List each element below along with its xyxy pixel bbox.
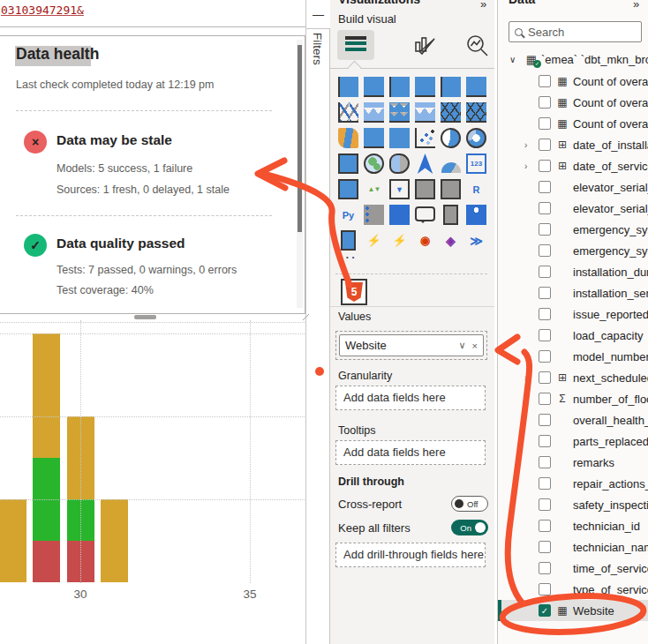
field-row[interactable]: ▦ Count of overal...	[498, 71, 648, 92]
field-checkbox[interactable]	[539, 329, 551, 341]
visual-type-icon[interactable]: R	[463, 176, 489, 202]
visual-type-icon[interactable]	[361, 74, 387, 100]
bar-segment-series-gold[interactable]	[101, 499, 128, 582]
filters-pane-collapsed[interactable]: — Filters	[305, 0, 330, 644]
field-checkbox[interactable]	[539, 456, 551, 468]
visual-type-icon[interactable]	[335, 125, 361, 151]
values-well[interactable]: Website ∨ ×	[335, 331, 487, 360]
scrollbar-thumb[interactable]	[298, 45, 302, 232]
field-row[interactable]: installation_dur...	[498, 261, 648, 282]
bar-segment-series-gold[interactable]	[0, 499, 26, 582]
collapse-chevron-icon[interactable]: ∨	[509, 55, 524, 64]
cross-report-toggle[interactable]: Off	[451, 496, 488, 512]
field-checkbox[interactable]	[539, 202, 551, 214]
field-row[interactable]: Σ number_of_floo...	[498, 388, 648, 409]
visual-type-icon[interactable]: ⚡	[387, 228, 412, 253]
search-box[interactable]	[509, 21, 642, 42]
field-row[interactable]: overall_health_c...	[498, 409, 648, 431]
field-checkbox[interactable]	[539, 520, 551, 532]
visual-type-icon[interactable]: ≫	[463, 228, 489, 253]
visual-type-icon[interactable]	[463, 202, 489, 228]
field-checkbox[interactable]	[539, 244, 551, 257]
field-checkbox[interactable]	[539, 350, 551, 363]
bar-segment-series-red[interactable]	[33, 541, 60, 582]
visual-type-icon[interactable]	[463, 74, 489, 100]
visual-type-icon[interactable]	[438, 176, 463, 202]
field-checkbox[interactable]	[539, 75, 551, 87]
field-checkbox[interactable]	[539, 541, 551, 553]
visual-type-icon[interactable]	[438, 151, 463, 176]
field-checkbox[interactable]	[539, 393, 551, 405]
filters-expand-handle[interactable]: —	[306, 0, 330, 29]
visual-type-icon[interactable]: 123	[463, 151, 489, 176]
horizontal-scrollbar-thumb[interactable]	[134, 315, 156, 319]
visual-type-icon[interactable]	[361, 100, 387, 125]
analytics-tab[interactable]	[463, 32, 493, 60]
field-row[interactable]: elevator_serial_...	[498, 198, 648, 219]
field-row[interactable]: type_of_service	[498, 579, 648, 600]
field-checkbox[interactable]	[539, 435, 551, 447]
field-checkbox[interactable]	[539, 414, 551, 426]
more-visuals-button[interactable]: ...	[340, 248, 358, 261]
field-checkbox[interactable]	[539, 371, 551, 384]
visual-type-icon[interactable]	[438, 100, 463, 125]
visual-type-icon[interactable]	[412, 176, 438, 202]
field-checkbox[interactable]	[539, 498, 551, 511]
expand-chevron-icon[interactable]: ›	[524, 161, 539, 171]
visual-type-icon[interactable]	[463, 125, 489, 151]
collapse-pane-icon[interactable]: »	[480, 0, 486, 11]
field-checkbox[interactable]	[539, 160, 551, 172]
visual-type-icon[interactable]: ◉	[412, 228, 438, 253]
field-row[interactable]: ▦ Website	[498, 600, 648, 621]
visual-type-icon[interactable]	[361, 202, 387, 228]
keep-all-filters-toggle[interactable]: On	[451, 520, 488, 535]
field-row[interactable]: safety_inspectio...	[498, 494, 648, 515]
field-row[interactable]: load_capacity	[498, 325, 648, 346]
field-row[interactable]: ▦ Count of overal...	[498, 92, 648, 113]
field-checkbox[interactable]	[539, 266, 551, 278]
visual-type-icon[interactable]	[412, 202, 438, 228]
field-row[interactable]: time_of_service	[498, 558, 648, 579]
field-row[interactable]: technician_name	[498, 536, 648, 558]
visual-type-icon[interactable]	[438, 202, 463, 228]
field-row[interactable]: ▦ Count of overal...	[498, 113, 648, 134]
field-row[interactable]: › ⊞ next_scheduled...	[498, 367, 648, 388]
field-checkbox[interactable]	[539, 583, 551, 595]
field-row[interactable]: › ⊞ date_of_installa...	[498, 134, 648, 155]
visual-type-icon[interactable]: ▲▼	[361, 176, 387, 202]
field-checkbox[interactable]	[539, 117, 551, 130]
visual-type-icon[interactable]	[335, 151, 361, 176]
visual-type-icon[interactable]	[335, 74, 361, 100]
visual-type-icon[interactable]	[463, 100, 489, 125]
field-row[interactable]: elevator_serial_...	[498, 176, 648, 198]
field-row[interactable]: › ⊞ date_of_service	[498, 155, 648, 176]
visual-type-icon[interactable]	[412, 125, 438, 151]
bar-segment-series-gold[interactable]	[33, 333, 60, 458]
field-row[interactable]: emergency_syst...	[498, 240, 648, 261]
field-row[interactable]: installation_serv...	[498, 282, 648, 303]
visual-type-icon[interactable]	[387, 202, 412, 228]
expand-chevron-icon[interactable]: ›	[524, 140, 539, 150]
build-visual-tab[interactable]	[337, 30, 374, 60]
visual-type-icon[interactable]	[387, 151, 412, 176]
format-visual-tab[interactable]	[411, 32, 441, 60]
expand-chevron-icon[interactable]: ›	[524, 373, 539, 383]
collapse-pane-icon[interactable]: »	[633, 0, 639, 11]
field-checkbox[interactable]	[539, 139, 551, 151]
field-checkbox[interactable]	[539, 562, 551, 574]
drill-through-well[interactable]: Add drill-through fields here	[335, 543, 486, 567]
visual-type-icon[interactable]	[412, 74, 438, 100]
visual-type-icon[interactable]: Py	[335, 202, 361, 228]
visual-type-icon[interactable]	[387, 74, 412, 100]
visual-type-icon[interactable]	[438, 74, 463, 100]
field-row[interactable]: model_number	[498, 346, 648, 367]
vertical-scrollbar[interactable]	[297, 40, 303, 308]
field-checkbox[interactable]	[539, 308, 551, 320]
field-checkbox[interactable]	[539, 604, 551, 617]
remove-field-icon[interactable]: ×	[472, 341, 478, 351]
visual-type-icon[interactable]: ⚡	[361, 228, 387, 253]
field-row[interactable]: parts_replaced	[498, 431, 648, 452]
visual-type-icon[interactable]	[361, 125, 387, 151]
resize-grip[interactable]	[303, 314, 309, 320]
granularity-well[interactable]: Add data fields here	[335, 386, 486, 410]
